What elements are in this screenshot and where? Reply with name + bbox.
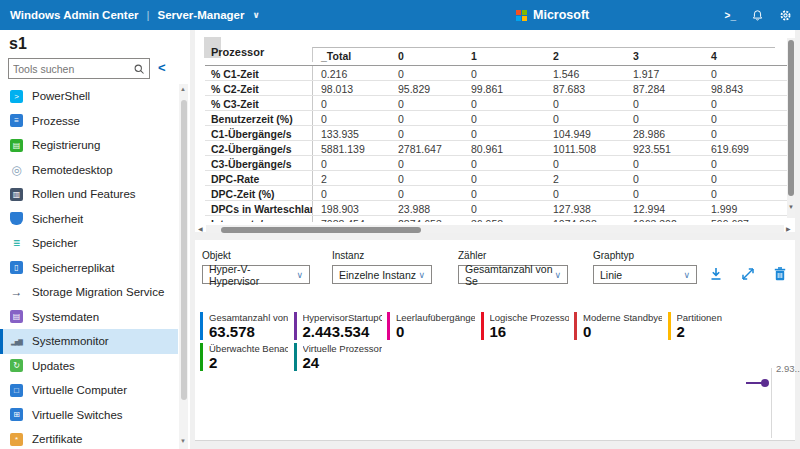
- table-cell: 0: [463, 156, 545, 170]
- sidebar-collapse-button[interactable]: <: [158, 60, 166, 75]
- sidebar-item-label: Sicherheit: [32, 213, 83, 225]
- metric-value: 0: [396, 323, 475, 340]
- column-header-2[interactable]: 2: [545, 38, 625, 65]
- table-row[interactable]: DPCs in Warteschlange/s198.90323.9880127…: [205, 201, 787, 216]
- metric-card-moderne-standbyei[interactable]: Moderne Standbyei...0: [574, 312, 662, 340]
- table-row[interactable]: DPC-Zeit (%)000000: [205, 186, 787, 201]
- scroll-down-icon[interactable]: ▼: [180, 438, 186, 444]
- metric-card-gesamtanzahl-von-s[interactable]: Gesamtanzahl von S...63.578: [200, 312, 288, 340]
- scroll-down-icon[interactable]: ▼: [788, 204, 794, 210]
- hscroll-track[interactable]: [206, 225, 784, 233]
- table-cell: 0: [312, 111, 390, 125]
- table-cell: 0: [703, 171, 775, 185]
- search-input[interactable]: [9, 63, 133, 75]
- column-header-3[interactable]: 3: [625, 38, 703, 65]
- sidebar-item-prozesse[interactable]: ≡Prozesse: [0, 109, 178, 134]
- column-header-total[interactable]: _Total: [312, 38, 390, 65]
- powershell-console-icon[interactable]: >_: [725, 10, 736, 21]
- table-cell: 23.988: [390, 201, 463, 215]
- metric-card-virtuelle-prozessoren[interactable]: Virtuelle Prozessoren24: [294, 343, 382, 371]
- dropdown-instanz[interactable]: Einzelne Instanz∨: [332, 265, 432, 284]
- table-cell: 0: [463, 66, 545, 80]
- control-graphtyp: GraphtypLinie∨: [593, 250, 697, 284]
- column-header-label: 1: [463, 47, 545, 62]
- metric-card-partitionen[interactable]: Partitionen2: [668, 312, 756, 340]
- chevron-down-icon[interactable]: ∨: [252, 10, 259, 20]
- table-row[interactable]: Interrupts/s7088.4542874.65336.9581074.9…: [205, 216, 787, 222]
- metric-card-berwachte-benach[interactable]: Überwachte Benach...2: [200, 343, 288, 371]
- table-row[interactable]: C1-Übergänge/s133.93500104.94928.9860: [205, 126, 787, 141]
- sidebar-item-speicherreplikat[interactable]: ▯Speicherreplikat: [0, 256, 178, 281]
- table-cell: 198.903: [312, 201, 390, 215]
- table-row[interactable]: DPC-Rate200200: [205, 171, 787, 186]
- sidebar-item-virtuelle-computer[interactable]: □Virtuelle Computer: [0, 378, 178, 403]
- dropdown-graphtyp[interactable]: Linie∨: [593, 265, 697, 284]
- expand-icon[interactable]: [740, 266, 756, 282]
- metric-label: Leerlaufübergänge ...: [396, 312, 475, 323]
- sidebar-item-remotedesktop[interactable]: ◎Remotedesktop: [0, 158, 178, 183]
- vscroll-track[interactable]: [787, 38, 795, 218]
- sidebar-item-zertifikate[interactable]: *Zertifikate: [0, 427, 178, 449]
- sidebar-item-systemmonitor[interactable]: ▂▅▇Systemmonitor: [0, 329, 178, 354]
- sidebar-scrollbar-thumb[interactable]: [181, 100, 187, 400]
- metric-card-hypervisorstartupc[interactable]: HypervisorStartupC...2.443.534: [294, 312, 382, 340]
- sidebar-item-systemdaten[interactable]: ▤Systemdaten: [0, 305, 178, 330]
- delete-trash-icon[interactable]: [772, 266, 788, 282]
- sidebar-item-virtuelle-switches[interactable]: ⊞Virtuelle Switches: [0, 403, 178, 428]
- sidebar-item-speicher[interactable]: ≡Speicher: [0, 231, 178, 256]
- table-vertical-scrollbar[interactable]: ▼: [787, 38, 796, 246]
- metric-label: Logische Prozessoren: [490, 312, 569, 323]
- sidebar-item-registrierung[interactable]: ▤Registrierung: [0, 133, 178, 158]
- metric-value: 2.443.534: [303, 323, 382, 340]
- dropdown-z-hler[interactable]: Gesamtanzahl von Se∨: [458, 265, 568, 284]
- sidebar-item-label: Systemmonitor: [32, 335, 109, 347]
- scroll-up-icon[interactable]: ▲: [180, 86, 186, 92]
- table-row[interactable]: C2-Übergänge/s5881.1392781.64780.9611011…: [205, 141, 787, 156]
- sidebar-item-storage-migration-service[interactable]: →Storage Migration Service: [0, 280, 178, 305]
- table-row[interactable]: C3-Übergänge/s000000: [205, 156, 787, 171]
- hscroll-thumb[interactable]: [221, 227, 421, 233]
- column-header-0[interactable]: 0: [390, 38, 463, 65]
- sidebar-item-rollen-und-features[interactable]: ▥Rollen und Features: [0, 182, 178, 207]
- notifications-bell-icon[interactable]: [751, 9, 764, 22]
- chevron-down-icon: ∨: [683, 270, 690, 280]
- table-cell: 0: [312, 186, 390, 200]
- vscroll-thumb[interactable]: [788, 40, 794, 196]
- metric-card-logische-prozessoren[interactable]: Logische Prozessoren16: [481, 312, 569, 340]
- settings-gear-icon[interactable]: [779, 9, 792, 22]
- app-title[interactable]: Windows Admin Center: [10, 9, 139, 21]
- dropdown-value: Linie: [600, 269, 622, 281]
- column-header-4[interactable]: 4: [703, 38, 775, 65]
- table-horizontal-scrollbar[interactable]: ◀ ▶: [198, 224, 792, 234]
- table-row[interactable]: % C2-Zeit98.01395.82999.86187.68387.2849…: [205, 81, 787, 96]
- scroll-left-icon[interactable]: ◀: [198, 225, 203, 232]
- table-row[interactable]: % C1-Zeit0.216001.5461.9170: [205, 66, 787, 81]
- sidebar-item-updates[interactable]: ↻Updates: [0, 354, 178, 379]
- table-cell: 87.683: [545, 81, 625, 95]
- table-row[interactable]: Benutzerzeit (%)000000: [205, 111, 787, 126]
- table-cell: 619.699: [703, 141, 775, 155]
- solution-selector[interactable]: Server-Manager: [158, 9, 245, 21]
- storage-replica-icon: ▯: [10, 261, 23, 274]
- metric-cards-row-2: Überwachte Benach...2Virtuelle Prozessor…: [200, 343, 382, 371]
- table-cell: 0: [463, 201, 545, 215]
- sidebar-item-sicherheit[interactable]: Sicherheit: [0, 207, 178, 232]
- dropdown-objekt[interactable]: Hyper-V-Hypervisor∨: [202, 265, 310, 284]
- metric-label: Virtuelle Prozessoren: [303, 343, 382, 354]
- microsoft-logo: [516, 10, 527, 21]
- table-cell: 1.917: [625, 66, 703, 80]
- sidebar-item-powershell[interactable]: >PowerShell: [0, 84, 178, 109]
- sidebar-scrollbar[interactable]: ▲ ▼: [179, 84, 188, 449]
- table-cell: 0: [463, 111, 545, 125]
- row-label: Interrupts/s: [205, 216, 312, 222]
- metric-card-leerlauf-berg-nge[interactable]: Leerlaufübergänge ...0: [387, 312, 475, 340]
- column-header-1[interactable]: 1: [463, 38, 545, 65]
- table-cell: 0: [463, 96, 545, 110]
- table-object-header: Prozessor: [205, 38, 312, 65]
- table-cell: 0: [390, 156, 463, 170]
- system-insights-icon: ▤: [10, 310, 23, 323]
- chart-data-point: [761, 379, 769, 387]
- table-row[interactable]: % C3-Zeit000000: [205, 96, 787, 111]
- registry-icon: ▤: [10, 139, 23, 152]
- download-icon[interactable]: [708, 266, 724, 282]
